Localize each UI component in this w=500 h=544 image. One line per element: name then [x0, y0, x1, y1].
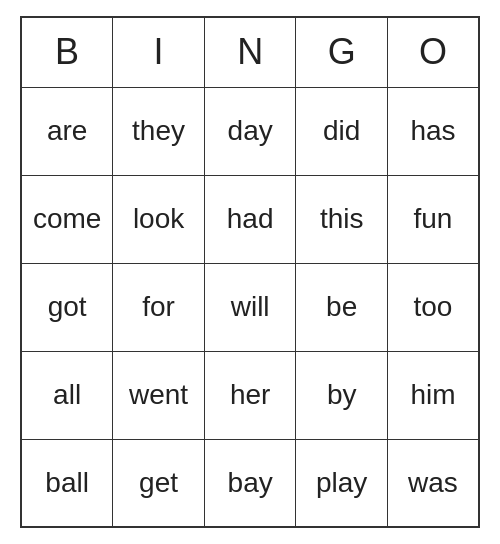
- bingo-cell-2-2[interactable]: will: [204, 263, 296, 351]
- bingo-card: BINGO aretheydaydidhascomelookhadthisfun…: [20, 16, 480, 528]
- bingo-cell-3-1[interactable]: went: [113, 351, 205, 439]
- header-letter-n: N: [204, 17, 296, 87]
- bingo-header-row: BINGO: [21, 17, 479, 87]
- bingo-cell-3-0[interactable]: all: [21, 351, 113, 439]
- bingo-cell-3-3[interactable]: by: [296, 351, 388, 439]
- header-letter-o: O: [387, 17, 479, 87]
- bingo-cell-1-0[interactable]: come: [21, 175, 113, 263]
- bingo-cell-2-3[interactable]: be: [296, 263, 388, 351]
- header-letter-i: I: [113, 17, 205, 87]
- bingo-cell-3-2[interactable]: her: [204, 351, 296, 439]
- bingo-cell-1-3[interactable]: this: [296, 175, 388, 263]
- bingo-cell-0-3[interactable]: did: [296, 87, 388, 175]
- bingo-row-3: allwentherbyhim: [21, 351, 479, 439]
- bingo-cell-4-4[interactable]: was: [387, 439, 479, 527]
- bingo-row-2: gotforwillbetoo: [21, 263, 479, 351]
- bingo-cell-2-1[interactable]: for: [113, 263, 205, 351]
- bingo-cell-2-0[interactable]: got: [21, 263, 113, 351]
- header-letter-g: G: [296, 17, 388, 87]
- bingo-row-0: aretheydaydidhas: [21, 87, 479, 175]
- bingo-cell-0-1[interactable]: they: [113, 87, 205, 175]
- bingo-cell-3-4[interactable]: him: [387, 351, 479, 439]
- bingo-cell-4-0[interactable]: ball: [21, 439, 113, 527]
- bingo-cell-4-2[interactable]: bay: [204, 439, 296, 527]
- bingo-cell-4-3[interactable]: play: [296, 439, 388, 527]
- bingo-cell-0-2[interactable]: day: [204, 87, 296, 175]
- bingo-cell-0-0[interactable]: are: [21, 87, 113, 175]
- bingo-cell-0-4[interactable]: has: [387, 87, 479, 175]
- bingo-cell-1-1[interactable]: look: [113, 175, 205, 263]
- bingo-row-4: ballgetbayplaywas: [21, 439, 479, 527]
- bingo-cell-1-4[interactable]: fun: [387, 175, 479, 263]
- header-letter-b: B: [21, 17, 113, 87]
- bingo-cell-4-1[interactable]: get: [113, 439, 205, 527]
- bingo-cell-1-2[interactable]: had: [204, 175, 296, 263]
- bingo-row-1: comelookhadthisfun: [21, 175, 479, 263]
- bingo-cell-2-4[interactable]: too: [387, 263, 479, 351]
